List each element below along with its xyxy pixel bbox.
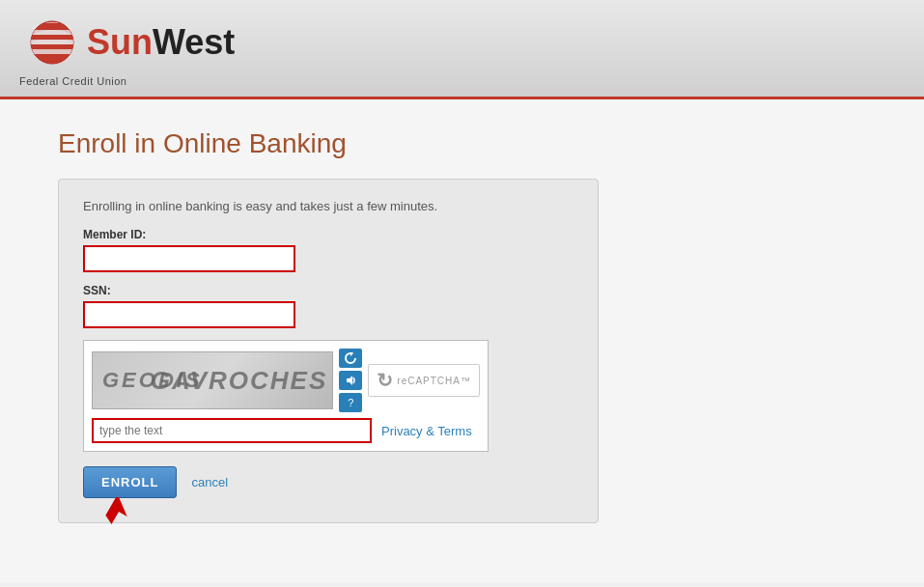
captcha-word2: GAVROCHES	[151, 366, 328, 396]
logo-brand-text: Sun West	[87, 25, 235, 60]
captcha-container: GEODIS GAVROCHES	[83, 340, 489, 452]
svg-rect-8	[31, 49, 73, 54]
form-description: Enrolling in online banking is easy and …	[83, 199, 574, 213]
svg-rect-6	[31, 40, 73, 44]
cancel-link[interactable]: cancel	[191, 475, 228, 489]
ssn-input[interactable]	[83, 301, 295, 328]
ssn-group: SSN:	[83, 284, 574, 328]
svg-rect-4	[31, 30, 73, 35]
page-title: Enroll in Online Banking	[58, 128, 866, 159]
svg-rect-9	[31, 54, 73, 64]
member-id-label: Member ID:	[83, 228, 574, 241]
captcha-image: GEODIS GAVROCHES	[92, 351, 333, 409]
captcha-audio-button[interactable]	[339, 371, 362, 390]
svg-marker-10	[347, 376, 352, 385]
help-icon: ?	[348, 397, 353, 408]
enrollment-form-card: Enrolling in online banking is easy and …	[58, 179, 599, 523]
captcha-image-row: GEODIS GAVROCHES	[92, 349, 480, 412]
svg-marker-11	[104, 497, 133, 526]
sun-logo-icon	[19, 10, 85, 75]
privacy-terms-link[interactable]: Privacy & Terms	[381, 424, 472, 438]
recaptcha-label: reCAPTCHA™	[397, 376, 471, 386]
member-id-input[interactable]	[83, 245, 295, 272]
logo-west: West	[153, 25, 235, 60]
captcha-controls: ?	[339, 349, 362, 412]
captcha-refresh-button[interactable]	[339, 349, 362, 368]
logo-subtitle: Federal Credit Union	[19, 75, 127, 87]
member-id-group: Member ID:	[83, 228, 574, 272]
logo: Sun West Federal Credit Union	[19, 10, 235, 87]
svg-rect-7	[31, 44, 73, 49]
recaptcha-branding: ↻ reCAPTCHA™	[368, 364, 480, 397]
captcha-input-row: Privacy & Terms	[92, 418, 480, 443]
enroll-button[interactable]: ENROLL	[83, 466, 177, 498]
form-button-row: ENROLL cancel	[83, 466, 574, 498]
recaptcha-c-icon: ↻	[377, 369, 393, 392]
captcha-input[interactable]	[92, 418, 372, 443]
ssn-label: SSN:	[83, 284, 574, 297]
site-header: Sun West Federal Credit Union	[0, 0, 924, 99]
logo-sun: Sun	[87, 25, 153, 60]
captcha-help-button[interactable]: ?	[339, 393, 362, 412]
main-content: Enroll in Online Banking Enrolling in on…	[0, 99, 924, 582]
svg-rect-5	[31, 35, 73, 40]
